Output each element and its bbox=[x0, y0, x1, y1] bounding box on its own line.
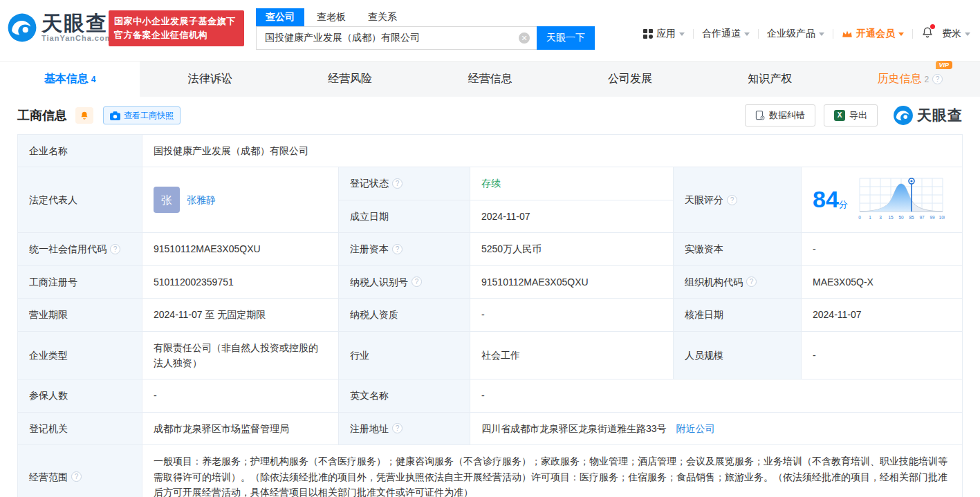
certification-badge: 国家中小企业发展子基金旗下 官方备案企业征信机构 bbox=[109, 10, 244, 46]
svg-text:50: 50 bbox=[898, 215, 904, 220]
tyc-score-cell: 84分 bbox=[802, 167, 963, 233]
tianyancha-logo[interactable]: 天眼查 TianYanCha.com bbox=[7, 12, 112, 43]
notification-red-dot bbox=[930, 24, 935, 29]
data-correction-button[interactable]: 数据纠错 bbox=[745, 104, 815, 126]
reg-authority-value: 成都市龙泉驿区市场监督管理局 bbox=[142, 412, 339, 444]
business-info-table: 企业名称 国投健康产业发展（成都）有限公司 法定代表人 张 张雅静 登记状态? … bbox=[17, 134, 963, 497]
field-label: 登记机关 bbox=[18, 412, 142, 444]
help-icon[interactable]: ? bbox=[932, 74, 943, 84]
table-row: 企业名称 国投健康产业发展（成都）有限公司 bbox=[18, 135, 963, 167]
divider bbox=[758, 29, 759, 39]
tab-intellectual-property[interactable]: 知识产权 bbox=[700, 62, 840, 97]
company-type-value: 有限责任公司（非自然人投资或控股的法人独资） bbox=[142, 331, 339, 379]
tab-label: 公司发展 bbox=[608, 72, 652, 86]
svg-text:97: 97 bbox=[919, 215, 925, 220]
field-label: 纳税人资质 bbox=[339, 299, 470, 331]
help-icon[interactable]: ? bbox=[727, 195, 737, 205]
chevron-down-icon bbox=[965, 32, 970, 36]
field-label: 企业类型 bbox=[18, 331, 142, 379]
search-input[interactable] bbox=[256, 26, 537, 50]
divider bbox=[693, 29, 694, 39]
tab-operating-risk[interactable]: 经营风险 bbox=[280, 62, 420, 97]
help-icon[interactable]: ? bbox=[746, 276, 757, 287]
english-name-value: - bbox=[470, 379, 963, 412]
svg-text:100: 100 bbox=[939, 215, 944, 220]
table-row: 参保人数 - 英文名称 - bbox=[18, 379, 963, 412]
insured-count-value: - bbox=[142, 379, 339, 412]
tab-label: 历史信息 bbox=[877, 72, 921, 86]
establish-date-value: 2024-11-07 bbox=[470, 200, 674, 233]
help-icon[interactable]: ? bbox=[392, 423, 403, 433]
tianyancha-logo-icon bbox=[7, 12, 37, 43]
notifications-bell[interactable] bbox=[921, 26, 934, 41]
reg-number-value: 510112002359751 bbox=[142, 265, 339, 298]
credit-code-value: 91510112MAE3X05QXU bbox=[142, 233, 339, 265]
table-row: 法定代表人 张 张雅静 登记状态? 存续 天眼评分? 84分 bbox=[18, 167, 963, 200]
help-icon[interactable]: ? bbox=[110, 244, 120, 254]
field-label: 工商注册号 bbox=[18, 265, 142, 298]
logo-brand-text: 天眼查 bbox=[41, 13, 112, 34]
field-label: 英文名称 bbox=[339, 379, 470, 412]
business-snapshot-button[interactable]: 查看工商快照 bbox=[103, 106, 181, 124]
table-row: 工商注册号 510112002359751 纳税人识别号? 91510112MA… bbox=[18, 265, 963, 298]
search-tabs: 查公司 查老板 查关系 bbox=[256, 8, 595, 26]
search-tab-company[interactable]: 查公司 bbox=[256, 8, 304, 26]
tianyancha-logo-icon bbox=[893, 105, 914, 126]
field-label: 营业期限 bbox=[18, 299, 142, 331]
nav-apps[interactable]: 应用 bbox=[643, 28, 685, 40]
legal-rep-avatar[interactable]: 张 bbox=[154, 187, 180, 213]
field-label: 登记状态? bbox=[339, 167, 470, 200]
help-icon[interactable]: ? bbox=[392, 244, 403, 254]
nearby-companies-link[interactable]: 附近公司 bbox=[676, 423, 714, 434]
score-distribution-chart: 0 1 3 15 50 85 97 99 100 bbox=[858, 177, 945, 223]
help-icon[interactable]: ? bbox=[71, 471, 82, 482]
field-label: 核准日期 bbox=[674, 299, 802, 331]
search-tab-boss[interactable]: 查老板 bbox=[307, 8, 355, 26]
search-button[interactable]: 天眼一下 bbox=[537, 26, 595, 50]
table-row: 企业类型 有限责任公司（非自然人投资或控股的法人独资） 行业 社会工作 人员规模… bbox=[18, 331, 963, 379]
field-label: 注册资本? bbox=[339, 233, 470, 265]
chevron-down-icon bbox=[744, 32, 750, 36]
taxpayer-quality-value: - bbox=[470, 299, 674, 331]
industry-value: 社会工作 bbox=[470, 331, 674, 379]
tab-label: 基本信息 bbox=[44, 72, 89, 86]
staff-size-value: - bbox=[802, 331, 963, 379]
nav-enterprise-label: 企业级产品 bbox=[767, 28, 815, 40]
legal-rep-link[interactable]: 张雅静 bbox=[187, 192, 216, 207]
chevron-down-icon bbox=[898, 32, 904, 36]
nav-vip-upgrade[interactable]: 开通会员 bbox=[842, 28, 904, 40]
svg-text:85: 85 bbox=[909, 215, 914, 220]
tab-history-info[interactable]: 历史信息 VIP 2 ? bbox=[840, 62, 980, 97]
watermark-text: 天眼查 bbox=[917, 106, 963, 125]
chevron-down-icon bbox=[679, 32, 685, 36]
chevron-down-icon bbox=[819, 32, 824, 36]
nav-user-menu[interactable]: 费米 bbox=[942, 28, 970, 40]
field-label: 参保人数 bbox=[18, 379, 142, 412]
data-correction-label: 数据纠错 bbox=[769, 109, 805, 122]
reg-address-value: 四川省成都市龙泉驿区龙泉街道雅生路33号 bbox=[481, 423, 667, 434]
search-tab-relation[interactable]: 查关系 bbox=[358, 8, 407, 26]
tab-legal-proceedings[interactable]: 法律诉讼 bbox=[140, 62, 279, 97]
clear-search-icon[interactable]: ✕ bbox=[519, 32, 530, 44]
apps-grid-icon bbox=[643, 29, 653, 39]
subscribe-bell-button[interactable] bbox=[75, 107, 93, 124]
export-button[interactable]: X 导出 bbox=[824, 104, 878, 126]
nav-partner-label: 合作通道 bbox=[702, 28, 741, 40]
tab-company-development[interactable]: 公司发展 bbox=[560, 62, 700, 97]
tab-business-info[interactable]: 经营信息 bbox=[420, 62, 560, 97]
nav-enterprise-products[interactable]: 企业级产品 bbox=[767, 28, 824, 40]
field-label: 企业名称 bbox=[18, 135, 142, 167]
company-name-value: 国投健康产业发展（成都）有限公司 bbox=[142, 135, 963, 167]
field-label: 组织机构代码? bbox=[674, 265, 802, 298]
nav-partner-channel[interactable]: 合作通道 bbox=[702, 28, 750, 40]
svg-text:15: 15 bbox=[888, 215, 894, 220]
bell-icon bbox=[80, 111, 89, 120]
help-icon[interactable]: ? bbox=[412, 276, 422, 287]
search-area: 查公司 查老板 查关系 ✕ 天眼一下 bbox=[256, 8, 595, 50]
org-code-value: MAE3X05Q-X bbox=[802, 265, 963, 298]
business-term-value: 2024-11-07 至 无固定期限 bbox=[142, 299, 339, 331]
reg-capital-value: 5250万人民币 bbox=[470, 233, 674, 265]
reg-address-cell: 四川省成都市龙泉驿区龙泉街道雅生路33号 附近公司 bbox=[470, 412, 963, 444]
tab-basic-info[interactable]: 基本信息 4 bbox=[0, 62, 140, 97]
help-icon[interactable]: ? bbox=[392, 178, 403, 189]
